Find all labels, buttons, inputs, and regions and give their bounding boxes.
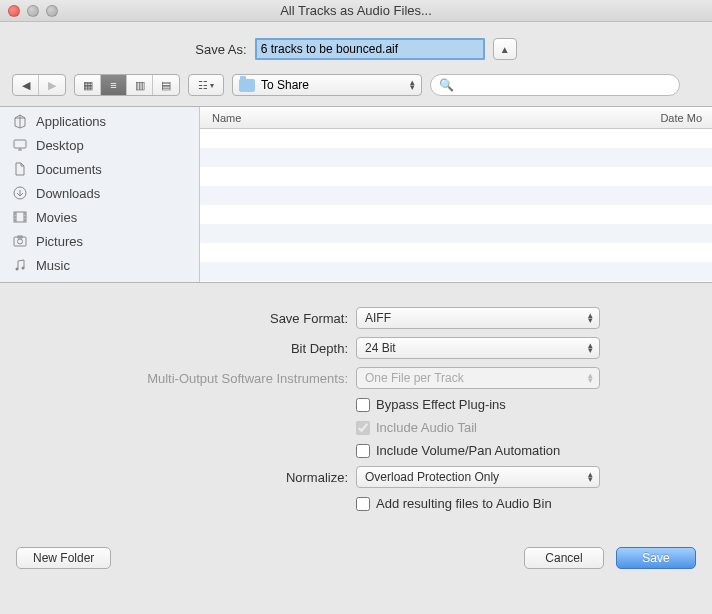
search-icon: 🔍 <box>439 78 454 92</box>
downloads-icon <box>12 185 28 201</box>
multi-output-label: Multi-Output Software Instruments: <box>16 371 356 386</box>
save-format-select[interactable]: AIFF ▴▾ <box>356 307 600 329</box>
sidebar-item-music[interactable]: Music <box>0 253 199 277</box>
file-browser: Applications Desktop Documents Downloads… <box>0 107 712 283</box>
include-audio-tail-checkbox: Include Audio Tail <box>356 420 600 435</box>
search-input[interactable] <box>458 78 671 92</box>
view-mode-segmented: ▦ ≡ ▥ ▤ <box>74 74 180 96</box>
normalize-value: Overload Protection Only <box>365 470 499 484</box>
minimize-window-button <box>27 5 39 17</box>
back-button[interactable]: ◀ <box>13 75 39 95</box>
chevron-down-icon: ▾ <box>210 81 214 90</box>
checkbox-label: Add resulting files to Audio Bin <box>376 496 552 511</box>
group-by-menu[interactable]: ☷▾ <box>188 74 224 96</box>
checkbox-label: Include Audio Tail <box>376 420 477 435</box>
sidebar-item-label: Desktop <box>36 138 84 153</box>
column-name[interactable]: Name <box>212 112 241 124</box>
file-list-header: Name Date Mo <box>200 107 712 129</box>
list-icon: ≡ <box>110 79 116 91</box>
forward-button[interactable]: ▶ <box>39 75 65 95</box>
file-row <box>200 205 712 224</box>
bypass-effects-checkbox[interactable]: Bypass Effect Plug-ins <box>356 397 600 412</box>
bit-depth-value: 24 Bit <box>365 341 396 355</box>
expand-collapse-button[interactable]: ▲ <box>493 38 517 60</box>
chevron-left-icon: ◀ <box>22 79 30 92</box>
close-window-button[interactable] <box>8 5 20 17</box>
traffic-lights <box>8 5 58 17</box>
updown-arrows-icon: ▴▾ <box>588 472 593 482</box>
window: All Tracks as Audio Files... Save As: ▲ … <box>0 0 712 614</box>
sidebar-item-movies[interactable]: Movies <box>0 205 199 229</box>
coverflow-view-button[interactable]: ▤ <box>153 75 179 95</box>
new-folder-button[interactable]: New Folder <box>16 547 111 569</box>
titlebar: All Tracks as Audio Files... <box>0 0 712 22</box>
chevron-up-icon: ▲ <box>500 44 510 55</box>
sidebar-item-label: Applications <box>36 114 106 129</box>
file-list: Name Date Mo <box>200 107 712 282</box>
save-format-label: Save Format: <box>16 311 356 326</box>
save-button[interactable]: Save <box>616 547 696 569</box>
normalize-select[interactable]: Overload Protection Only ▴▾ <box>356 466 600 488</box>
pictures-icon <box>12 233 28 249</box>
window-title: All Tracks as Audio Files... <box>0 3 712 18</box>
checkbox-input <box>356 421 370 435</box>
updown-arrows-icon: ▴▾ <box>588 343 593 353</box>
zoom-window-button <box>46 5 58 17</box>
nav-back-forward: ◀ ▶ <box>12 74 66 96</box>
sidebar-item-label: Movies <box>36 210 77 225</box>
checkbox-label: Bypass Effect Plug-ins <box>376 397 506 412</box>
sidebar-item-label: Downloads <box>36 186 100 201</box>
sidebar-item-label: Music <box>36 258 70 273</box>
column-view-button[interactable]: ▥ <box>127 75 153 95</box>
save-as-input[interactable] <box>255 38 485 60</box>
folder-name: To Share <box>261 78 309 92</box>
sidebar-item-applications[interactable]: Applications <box>0 109 199 133</box>
svg-rect-0 <box>14 140 26 148</box>
checkbox-input[interactable] <box>356 398 370 412</box>
column-date-modified[interactable]: Date Mo <box>660 112 702 124</box>
file-row <box>200 167 712 186</box>
save-as-row: Save As: ▲ <box>0 22 712 74</box>
add-to-audio-bin-checkbox[interactable]: Add resulting files to Audio Bin <box>356 496 600 511</box>
desktop-icon <box>12 137 28 153</box>
sidebar-item-documents[interactable]: Documents <box>0 157 199 181</box>
search-field[interactable]: 🔍 <box>430 74 680 96</box>
updown-arrows-icon: ▴▾ <box>588 313 593 323</box>
checkbox-input[interactable] <box>356 444 370 458</box>
icon-view-button[interactable]: ▦ <box>75 75 101 95</box>
file-row <box>200 243 712 262</box>
group-icon: ☷ <box>198 79 208 92</box>
sidebar-item-label: Pictures <box>36 234 83 249</box>
cancel-button[interactable]: Cancel <box>524 547 604 569</box>
file-row <box>200 129 712 148</box>
include-volume-pan-checkbox[interactable]: Include Volume/Pan Automation <box>356 443 600 458</box>
checkbox-label: Include Volume/Pan Automation <box>376 443 560 458</box>
save-format-value: AIFF <box>365 311 391 325</box>
multi-output-select: One File per Track ▴▾ <box>356 367 600 389</box>
sidebar-item-downloads[interactable]: Downloads <box>0 181 199 205</box>
svg-point-4 <box>18 239 23 244</box>
sidebar-item-pictures[interactable]: Pictures <box>0 229 199 253</box>
updown-arrows-icon: ▴▾ <box>588 373 593 383</box>
file-list-body[interactable] <box>200 129 712 282</box>
toolbar: ◀ ▶ ▦ ≡ ▥ ▤ ☷▾ To Share ▴▾ 🔍 <box>0 74 712 107</box>
bit-depth-label: Bit Depth: <box>16 341 356 356</box>
applications-icon <box>12 113 28 129</box>
columns-icon: ▥ <box>135 79 145 92</box>
movies-icon <box>12 209 28 225</box>
file-row <box>200 262 712 281</box>
coverflow-icon: ▤ <box>161 79 171 92</box>
list-view-button[interactable]: ≡ <box>101 75 127 95</box>
sidebar-item-desktop[interactable]: Desktop <box>0 133 199 157</box>
footer: New Folder Cancel Save <box>0 535 712 585</box>
folder-popup-button[interactable]: To Share ▴▾ <box>232 74 422 96</box>
normalize-label: Normalize: <box>16 470 356 485</box>
checkbox-input[interactable] <box>356 497 370 511</box>
svg-point-7 <box>22 267 25 270</box>
svg-point-6 <box>16 268 19 271</box>
save-as-label: Save As: <box>195 42 246 57</box>
grid-icon: ▦ <box>83 79 93 92</box>
bit-depth-select[interactable]: 24 Bit ▴▾ <box>356 337 600 359</box>
multi-output-value: One File per Track <box>365 371 464 385</box>
updown-arrows-icon: ▴▾ <box>410 80 415 90</box>
